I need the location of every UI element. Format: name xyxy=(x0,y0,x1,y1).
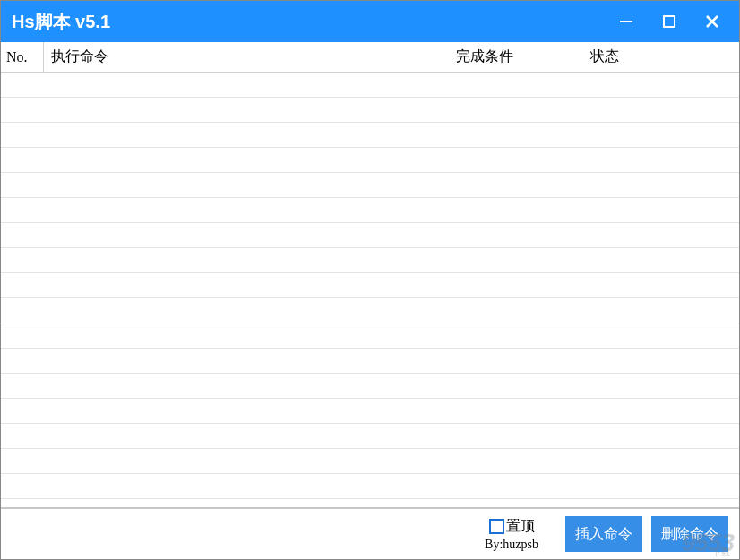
svg-rect-1 xyxy=(664,16,675,27)
table-row[interactable] xyxy=(1,349,739,374)
table-row[interactable] xyxy=(1,198,739,223)
table-row[interactable] xyxy=(1,323,739,349)
table-row[interactable] xyxy=(1,424,739,449)
author-byline: By:huzpsb xyxy=(485,538,538,552)
minimize-icon[interactable] xyxy=(617,13,635,30)
app-window: Hs脚本 v5.1 No. 执行命令 完成条件 状态 置顶 By:huzpsb xyxy=(0,0,740,560)
table-row[interactable] xyxy=(1,148,739,173)
table-body[interactable] xyxy=(1,73,739,507)
table-row[interactable] xyxy=(1,298,739,323)
close-icon[interactable] xyxy=(703,13,721,30)
titlebar[interactable]: Hs脚本 v5.1 xyxy=(1,1,739,42)
table-row[interactable] xyxy=(1,474,739,499)
window-title: Hs脚本 v5.1 xyxy=(12,10,617,34)
table-row[interactable] xyxy=(1,98,739,123)
window-controls xyxy=(617,13,728,30)
maximize-icon[interactable] xyxy=(660,13,678,30)
column-header-no[interactable]: No. xyxy=(1,42,44,72)
table-header: No. 执行命令 完成条件 状态 xyxy=(1,42,739,73)
table-row[interactable] xyxy=(1,399,739,424)
column-header-condition[interactable]: 完成条件 xyxy=(452,42,587,72)
column-header-command[interactable]: 执行命令 xyxy=(44,42,452,72)
bottom-toolbar: 置顶 By:huzpsb 插入命令 删除命令 xyxy=(1,507,739,559)
table-row[interactable] xyxy=(1,449,739,474)
table-row[interactable] xyxy=(1,374,739,399)
delete-command-button[interactable]: 删除命令 xyxy=(651,516,728,552)
table-row[interactable] xyxy=(1,273,739,298)
table-row[interactable] xyxy=(1,248,739,273)
topmost-checkbox[interactable] xyxy=(489,519,504,534)
table-row[interactable] xyxy=(1,123,739,148)
topmost-label: 置顶 xyxy=(506,517,535,536)
table-row[interactable] xyxy=(1,223,739,248)
column-header-status[interactable]: 状态 xyxy=(587,42,739,72)
footer-info: 置顶 By:huzpsb xyxy=(485,517,538,552)
topmost-control: 置顶 xyxy=(489,517,535,536)
table-row[interactable] xyxy=(1,173,739,198)
table-row[interactable] xyxy=(1,73,739,98)
insert-command-button[interactable]: 插入命令 xyxy=(565,516,642,552)
